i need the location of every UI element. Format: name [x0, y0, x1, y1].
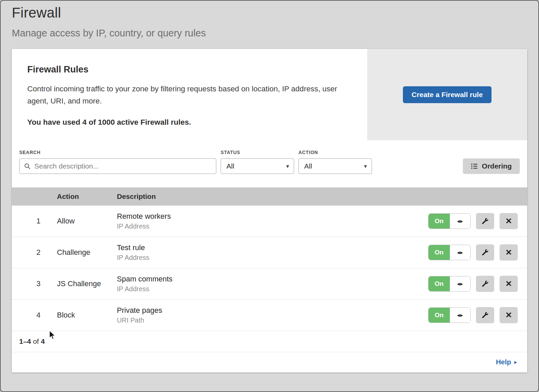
toggle-handle-icon: ◀▶ — [450, 308, 470, 323]
header-action-col: Action — [57, 192, 117, 201]
pagination-of: of — [33, 337, 39, 345]
close-icon: ✕ — [505, 248, 512, 257]
rule-title: Test rule — [117, 243, 426, 252]
rule-title: Private pages — [117, 306, 426, 315]
status-filter-group: STATUS All ▾ — [221, 150, 294, 174]
rule-controls: On ◀▶ ✕ — [426, 276, 527, 292]
pagination-range: 1–4 — [19, 337, 31, 345]
rule-description: Test rule IP Address — [117, 243, 426, 262]
action-select[interactable]: All ▾ — [298, 158, 372, 174]
rule-controls: On ◀▶ ✕ — [426, 213, 527, 229]
edit-rule-button[interactable] — [476, 213, 494, 229]
table-row: 2 Challenge Test rule IP Address On ◀▶ ✕ — [12, 237, 527, 268]
filters-bar: SEARCH STATUS All ▾ ACTION — [12, 140, 527, 187]
ordering-button[interactable]: Ordering — [463, 158, 520, 174]
firewall-rules-card: Firewall Rules Control incoming traffic … — [12, 49, 527, 372]
search-label: SEARCH — [19, 150, 216, 155]
rule-title: Spam comments — [117, 275, 426, 283]
action-label: ACTION — [298, 150, 372, 155]
delete-rule-button[interactable]: ✕ — [500, 244, 518, 261]
page-title: Firewall — [12, 5, 527, 21]
search-input[interactable] — [19, 158, 216, 174]
close-icon: ✕ — [505, 217, 512, 225]
status-selected-value: All — [226, 162, 234, 170]
rule-description: Remote workers IP Address — [117, 212, 426, 230]
usage-summary: You have used 4 of 1000 active Firewall … — [27, 118, 352, 127]
rule-description: Private pages URI Path — [117, 306, 426, 324]
wrench-icon — [481, 311, 489, 319]
help-label: Help — [496, 358, 511, 366]
rule-type: IP Address — [117, 254, 426, 262]
delete-rule-button[interactable]: ✕ — [500, 276, 518, 292]
action-selected-value: All — [304, 162, 312, 170]
table-header: Action Description — [12, 187, 527, 206]
ordering-label: Ordering — [482, 162, 512, 170]
wrench-icon — [481, 249, 489, 256]
rule-type: URI Path — [117, 316, 426, 324]
search-field-wrap — [19, 158, 216, 174]
rule-number: 3 — [12, 279, 57, 288]
toggle-on-label: On — [429, 214, 450, 229]
chevron-down-icon: ▾ — [364, 163, 367, 170]
table-row: 1 Allow Remote workers IP Address On ◀▶ … — [12, 206, 527, 237]
toggle-handle-icon: ◀▶ — [450, 214, 470, 229]
rule-enabled-toggle[interactable]: On ◀▶ — [428, 213, 471, 229]
table-row: 4 Block Private pages URI Path On ◀▶ ✕ — [12, 300, 527, 331]
pagination: 1–4 of 4 — [12, 331, 527, 352]
rule-enabled-toggle[interactable]: On ◀▶ — [428, 245, 471, 260]
status-label: STATUS — [221, 150, 294, 155]
rule-description: Spam comments IP Address — [117, 275, 426, 293]
search-group: SEARCH — [19, 150, 216, 174]
close-icon: ✕ — [505, 311, 512, 319]
delete-rule-button[interactable]: ✕ — [500, 307, 518, 323]
page-header: Firewall Manage access by IP, country, o… — [1, 1, 538, 39]
section-heading: Firewall Rules — [27, 64, 352, 75]
edit-rule-button[interactable] — [476, 307, 494, 323]
card-top-section: Firewall Rules Control incoming traffic … — [12, 49, 527, 140]
rule-type: IP Address — [117, 285, 426, 293]
wrench-icon — [481, 280, 489, 288]
rule-type: IP Address — [117, 222, 426, 230]
action-filter-group: ACTION All ▾ — [298, 150, 372, 174]
rule-number: 1 — [12, 217, 57, 225]
toggle-on-label: On — [429, 245, 450, 260]
rule-number: 2 — [12, 248, 57, 257]
header-description-col: Description — [117, 192, 426, 201]
rule-controls: On ◀▶ ✕ — [426, 244, 527, 261]
status-select[interactable]: All ▾ — [221, 158, 294, 174]
rule-action: JS Challenge — [57, 279, 117, 288]
toggle-handle-icon: ◀▶ — [450, 245, 470, 260]
rule-enabled-toggle[interactable]: On ◀▶ — [428, 307, 471, 323]
toggle-on-label: On — [429, 308, 450, 323]
rule-action: Allow — [57, 217, 117, 225]
toggle-handle-icon: ◀▶ — [450, 276, 470, 291]
table-row: 3 JS Challenge Spam comments IP Address … — [12, 268, 527, 300]
intro-section: Firewall Rules Control incoming traffic … — [12, 49, 367, 140]
rule-action: Challenge — [57, 248, 117, 257]
pagination-total: 4 — [41, 337, 45, 345]
help-link[interactable]: Help ▸ — [496, 358, 517, 366]
rule-controls: On ◀▶ ✕ — [426, 307, 527, 323]
chevron-down-icon: ▾ — [286, 163, 289, 170]
section-description: Control incoming traffic to your zone by… — [27, 83, 347, 107]
caret-right-icon: ▸ — [514, 359, 517, 366]
edit-rule-button[interactable] — [476, 276, 494, 292]
edit-rule-button[interactable] — [476, 244, 494, 261]
page-subtitle: Manage access by IP, country, or query r… — [12, 28, 527, 39]
delete-rule-button[interactable]: ✕ — [500, 213, 518, 229]
rule-action: Block — [57, 311, 117, 320]
firewall-page: Firewall Manage access by IP, country, o… — [0, 0, 539, 392]
ordered-list-icon — [471, 163, 478, 170]
rule-title: Remote workers — [117, 212, 426, 221]
create-firewall-rule-button[interactable]: Create a Firewall rule — [403, 86, 492, 103]
wrench-icon — [481, 217, 489, 225]
search-icon — [24, 163, 31, 170]
card-footer: Help ▸ — [12, 352, 527, 372]
create-rule-panel: Create a Firewall rule — [367, 49, 527, 140]
close-icon: ✕ — [505, 280, 512, 288]
rule-number: 4 — [12, 311, 57, 320]
toggle-on-label: On — [429, 276, 450, 291]
rule-enabled-toggle[interactable]: On ◀▶ — [428, 276, 471, 292]
